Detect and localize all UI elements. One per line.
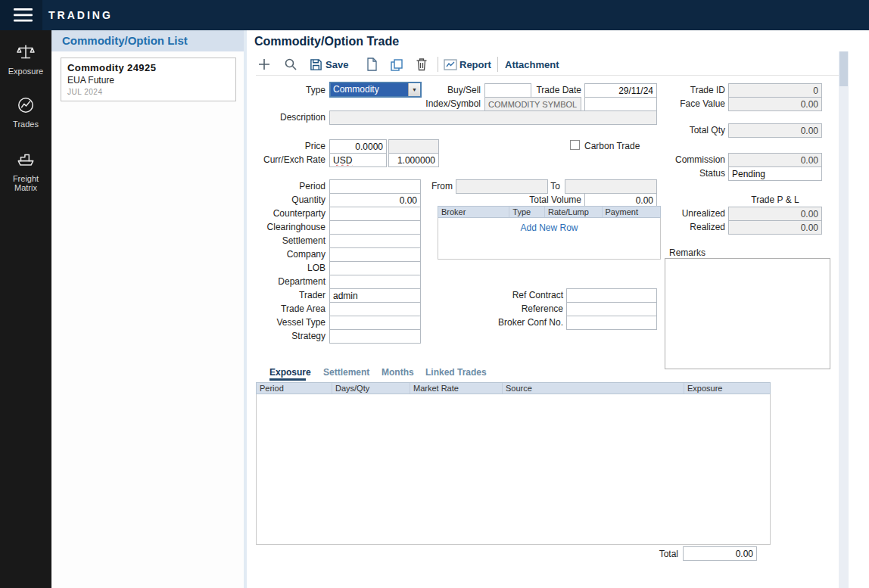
broker-type-column-header[interactable]: Type xyxy=(509,207,545,217)
trade-date-label: Trade Date xyxy=(522,85,581,96)
status-label: Status xyxy=(659,168,725,179)
exposure-table-header: Period Days/Qty Market Rate Source Expos… xyxy=(256,382,771,394)
scrollbar-thumb[interactable] xyxy=(839,51,848,86)
index-symbol-input xyxy=(484,97,581,111)
toolbar-divider xyxy=(497,57,498,72)
trade-date-input[interactable] xyxy=(584,83,657,98)
index-symbol-secondary-input[interactable] xyxy=(584,97,657,111)
type-selected-value: Commodity xyxy=(331,83,408,96)
vertical-scrollbar[interactable] xyxy=(839,51,849,588)
exposure-column-header[interactable]: Exposure xyxy=(684,383,770,394)
save-button[interactable]: Save xyxy=(325,59,348,70)
report-button[interactable]: Report xyxy=(459,59,491,70)
tab-linked-trades[interactable]: Linked Trades xyxy=(425,367,487,378)
ref-contract-input[interactable] xyxy=(566,288,657,303)
trade-area-input[interactable] xyxy=(329,302,421,316)
save-icon[interactable] xyxy=(310,58,322,74)
index-symbol-label: Index/Symbol xyxy=(416,98,481,110)
trade-id-label: Trade ID xyxy=(659,85,725,96)
sidebar-item-freight-matrix[interactable]: Freight Matrix xyxy=(0,150,51,192)
trader-input[interactable] xyxy=(329,288,421,303)
active-tab-underline xyxy=(269,378,306,381)
ref-contract-label: Ref Contract xyxy=(487,290,563,301)
app-window: TRADING Exposure Trades xyxy=(0,0,869,588)
payment-column-header[interactable]: Payment xyxy=(603,207,660,217)
quantity-label: Quantity xyxy=(250,194,325,206)
broker-conf-no-input[interactable] xyxy=(566,316,657,330)
carbon-trade-label: Carbon Trade xyxy=(584,141,653,152)
face-value-label: Face Value xyxy=(659,98,725,110)
delete-icon[interactable] xyxy=(416,58,428,74)
period-column-header[interactable]: Period xyxy=(257,383,332,394)
panel-splitter[interactable] xyxy=(244,30,247,588)
status-input[interactable] xyxy=(728,166,822,181)
to-input xyxy=(565,179,657,194)
period-label: Period xyxy=(250,181,325,192)
trade-area-label: Trade Area xyxy=(250,303,325,315)
from-input xyxy=(456,179,548,194)
company-input[interactable] xyxy=(329,247,421,262)
company-label: Company xyxy=(250,249,325,260)
realized-label: Realized xyxy=(659,222,725,233)
unrealized-label: Unrealized xyxy=(659,208,725,219)
top-bar: TRADING xyxy=(0,0,869,30)
add-button[interactable] xyxy=(257,58,271,74)
exposure-table-body xyxy=(256,394,771,545)
description-input[interactable] xyxy=(329,110,657,125)
type-select[interactable]: Commodity ▼ xyxy=(329,82,422,98)
report-icon[interactable] xyxy=(444,59,457,74)
to-label: To xyxy=(537,181,560,192)
vessel-type-input[interactable] xyxy=(329,316,421,330)
settlement-input[interactable] xyxy=(329,234,421,248)
remarks-textarea[interactable] xyxy=(665,258,830,369)
period-input[interactable] xyxy=(329,179,421,194)
total-label: Total xyxy=(636,549,678,560)
source-column-header[interactable]: Source xyxy=(503,383,684,394)
rate-lump-column-header[interactable]: Rate/Lump xyxy=(545,207,602,217)
list-item-period: JUL 2024 xyxy=(67,88,102,96)
vessel-type-label: Vessel Type xyxy=(250,317,325,328)
attachment-button[interactable]: Attachment xyxy=(505,59,559,70)
price-input[interactable] xyxy=(329,139,387,154)
new-document-icon[interactable] xyxy=(366,58,378,74)
list-item[interactable]: Commodity 24925 EUA Future JUL 2024 xyxy=(61,58,236,101)
broker-conf-no-label: Broker Conf No. xyxy=(481,317,563,328)
from-label: From xyxy=(422,181,453,192)
commodity-option-list-panel: Commodity/Option List Commodity 24925 EU… xyxy=(51,30,244,588)
copy-icon[interactable] xyxy=(390,58,403,75)
market-rate-column-header[interactable]: Market Rate xyxy=(410,383,503,394)
clearinghouse-input[interactable] xyxy=(329,220,421,235)
days-qty-column-header[interactable]: Days/Qty xyxy=(332,383,410,394)
clearinghouse-label: Clearinghouse xyxy=(250,222,325,233)
lob-input[interactable] xyxy=(329,261,421,275)
tab-settlement[interactable]: Settlement xyxy=(323,367,369,378)
currency-input[interactable] xyxy=(329,153,387,167)
toolbar-divider xyxy=(438,57,438,72)
tab-months[interactable]: Months xyxy=(382,367,414,378)
total-volume-label: Total Volume xyxy=(498,194,581,206)
remarks-label: Remarks xyxy=(669,247,730,259)
tab-exposure[interactable]: Exposure xyxy=(269,367,311,378)
broker-table-body: Add New Row xyxy=(438,218,661,260)
trades-chart-icon xyxy=(16,104,36,117)
quantity-input[interactable] xyxy=(329,193,421,207)
sidebar-item-exposure[interactable]: Exposure xyxy=(0,42,51,76)
chevron-down-icon[interactable]: ▼ xyxy=(408,83,420,96)
commission-input xyxy=(728,153,822,167)
total-input xyxy=(683,546,757,561)
add-new-row-link[interactable]: Add New Row xyxy=(438,222,660,233)
strategy-label: Strategy xyxy=(250,331,325,342)
broker-column-header[interactable]: Broker xyxy=(438,207,509,217)
sidebar-item-label: Trades xyxy=(0,120,51,129)
department-input[interactable] xyxy=(329,275,421,289)
strategy-input[interactable] xyxy=(329,329,421,344)
reference-input[interactable] xyxy=(566,302,657,316)
list-item-subtitle: EUA Future xyxy=(67,75,114,86)
sidebar-item-trades[interactable]: Trades xyxy=(0,95,51,129)
carbon-trade-checkbox[interactable] xyxy=(570,140,580,150)
exchange-rate-input[interactable] xyxy=(388,153,439,167)
search-icon[interactable] xyxy=(284,58,297,74)
list-item-title: Commodity 24925 xyxy=(67,62,156,73)
counterparty-input[interactable] xyxy=(329,207,421,221)
menu-icon[interactable] xyxy=(14,8,33,26)
